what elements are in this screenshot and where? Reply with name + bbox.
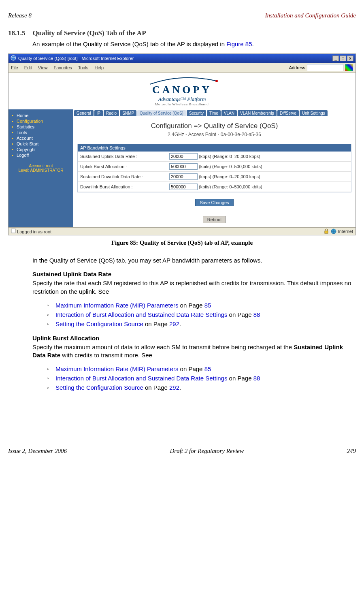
page-ref-link[interactable]: 292 (169, 320, 179, 327)
bullet-list-2: Maximum Information Rate (MIR) Parameter… (47, 365, 356, 391)
sidebar-item[interactable]: Configuration (12, 118, 70, 124)
config-tab[interactable]: VLAN (221, 110, 237, 116)
page-header: Release 8 Installation and Configuration… (8, 12, 356, 19)
config-tab[interactable]: General (74, 110, 94, 116)
list-item: Interaction of Burst Allocation and Sust… (47, 311, 356, 318)
cross-ref-link[interactable]: Maximum Information Rate (MIR) Parameter… (55, 365, 178, 372)
config-tab[interactable]: Time (207, 110, 221, 116)
bullet-list-1: Maximum Information Rate (MIR) Parameter… (47, 302, 356, 327)
setting-hint: (kbits) (Range: 0–500,000 kbits) (198, 184, 262, 189)
config-tab[interactable]: VLAN Membership (238, 110, 277, 116)
config-tab[interactable]: Unit Settings (300, 110, 328, 116)
paragraph-sustained-uplink: Specify the rate that each SM registered… (32, 279, 356, 296)
page-footer: Issue 2, December 2006 Draft 2 for Regul… (8, 448, 356, 455)
account-info: Account: root Level: ADMINISTRATOR (12, 164, 70, 173)
config-tab[interactable]: IP (94, 110, 103, 116)
close-button[interactable]: × (347, 56, 353, 61)
address-label: Address (289, 65, 305, 70)
menu-favorites[interactable]: Favorites (54, 65, 72, 70)
paragraph-intro: In the Quality of Service (QoS) tab, you… (32, 256, 356, 265)
list-item: Interaction of Burst Allocation and Sust… (47, 375, 356, 382)
cross-ref-link[interactable]: Interaction of Burst Allocation and Sust… (55, 375, 227, 382)
config-tab[interactable]: DiffServe (277, 110, 299, 116)
setting-hint: (kbps) (Range: 0–20,000 kbps) (198, 174, 260, 179)
config-tab[interactable]: Quality of Service (QoS) (137, 110, 186, 116)
save-changes-button[interactable]: Save Changes (195, 199, 233, 206)
cross-ref-link[interactable]: Setting the Configuration Source (55, 384, 143, 391)
subhead-uplink-burst: Uplink Burst Allocation (32, 335, 356, 342)
page-ref-link[interactable]: 85 (204, 302, 211, 309)
address-input[interactable] (307, 64, 343, 71)
menu-edit[interactable]: Edit (24, 65, 32, 70)
header-left: Release 8 (8, 12, 32, 19)
sidebar-item[interactable]: Account (12, 135, 70, 141)
sidebar-item[interactable]: Copyright (12, 147, 70, 152)
screenshot-figure: Quality of Service (QoS) [root] - Micros… (8, 53, 356, 235)
list-item: Maximum Information Rate (MIR) Parameter… (47, 365, 356, 372)
lock-icon (324, 228, 329, 234)
cross-ref-link[interactable]: Setting the Configuration Source (55, 320, 143, 327)
menu-help[interactable]: Help (94, 65, 104, 70)
setting-input[interactable] (169, 184, 198, 190)
page-ref-link[interactable]: 85 (204, 365, 211, 372)
setting-label: Sustained Downlink Data Rate : (78, 172, 167, 182)
config-tab[interactable]: Radio (104, 110, 119, 116)
page-ref-link[interactable]: 88 (253, 311, 260, 318)
list-item: Maximum Information Rate (MIR) Parameter… (47, 302, 356, 309)
ie-icon (11, 55, 16, 62)
footer-left: Issue 2, December 2006 (8, 448, 67, 455)
window-titlebar: Quality of Service (QoS) [root] - Micros… (9, 54, 355, 63)
reboot-button[interactable]: Reboot (203, 216, 226, 223)
window-title: Quality of Service (QoS) [root] - Micros… (18, 56, 134, 61)
page-icon (11, 228, 16, 233)
table-row: Downlink Burst Allocation : (kbits) (Ran… (78, 182, 351, 192)
paragraph-uplink-burst: Specify the maximum amount of data to al… (32, 343, 356, 360)
menu-tools[interactable]: Tools (78, 65, 89, 70)
sidebar-item[interactable]: Logoff (12, 152, 70, 158)
page-ref-link[interactable]: 88 (253, 375, 260, 382)
tabs-row: GeneralIPRadioSNMPQuality of Service (Qo… (73, 109, 355, 117)
main-panel: GeneralIPRadioSNMPQuality of Service (Qo… (73, 109, 355, 227)
svg-rect-3 (325, 231, 328, 233)
setting-input[interactable] (169, 163, 198, 170)
section-heading: 18.1.5Quality of Service (QoS) Tab of th… (8, 29, 356, 37)
logo-subtitle: Advantage™ Platform (9, 96, 355, 102)
maximize-button[interactable]: □ (340, 56, 346, 61)
setting-label: Downlink Burst Allocation : (78, 182, 167, 192)
config-subheader: 2.4GHz - Access Point - 0a-00-3e-20-a5-3… (73, 132, 355, 141)
setting-input[interactable] (169, 173, 198, 180)
config-header: Configuration => Quality of Service (QoS… (73, 117, 355, 132)
menu-view[interactable]: View (38, 65, 48, 70)
table-row: Uplink Burst Allocation : (kbits) (Range… (78, 162, 351, 172)
sidebar-item[interactable]: Home (12, 113, 70, 118)
logo-tagline: Motorola Wireless Broadband (9, 102, 355, 106)
logo-area: CANOPY Advantage™ Platform Motorola Wire… (9, 73, 355, 109)
list-item: Setting the Configuration Source on Page… (47, 384, 356, 391)
setting-input[interactable] (169, 153, 198, 160)
table-row: Sustained Downlink Data Rate : (kbps) (R… (78, 172, 351, 182)
config-tab[interactable]: SNMP (120, 110, 136, 116)
globe-icon (331, 228, 336, 234)
settings-title: AP Bandwidth Settings (78, 144, 351, 152)
cross-ref-link[interactable]: Interaction of Burst Allocation and Sust… (55, 311, 227, 318)
page-ref-link[interactable]: 292 (169, 384, 179, 391)
settings-box: AP Bandwidth Settings Sustained Uplink D… (77, 144, 351, 192)
footer-right: 249 (347, 448, 356, 455)
config-tab[interactable]: Security (187, 110, 206, 116)
sidebar-item[interactable]: Quick Start (12, 141, 70, 147)
logo-text: CANOPY (9, 84, 355, 96)
list-item: Setting the Configuration Source on Page… (47, 320, 356, 327)
minimize-button[interactable]: _ (332, 56, 339, 61)
status-right: Internet (338, 229, 353, 234)
figure-ref-link[interactable]: Figure 85 (226, 41, 252, 47)
sidebar-item[interactable]: Tools (12, 130, 70, 135)
cross-ref-link[interactable]: Maximum Information Rate (MIR) Parameter… (55, 302, 178, 309)
menu-items: File Edit View Favorites Tools Help (11, 65, 109, 70)
settings-table: Sustained Uplink Data Rate : (kbps) (Ran… (78, 152, 351, 192)
sidebar-item[interactable]: Statistics (12, 124, 70, 130)
menu-file[interactable]: File (11, 65, 18, 70)
setting-hint: (kbps) (Range: 0–20,000 kbps) (198, 154, 260, 159)
footer-center: Draft 2 for Regulatory Review (170, 448, 244, 455)
section-title: Quality of Service (QoS) Tab of the AP (33, 29, 146, 37)
setting-hint: (kbits) (Range: 0–500,000 kbits) (198, 164, 262, 169)
